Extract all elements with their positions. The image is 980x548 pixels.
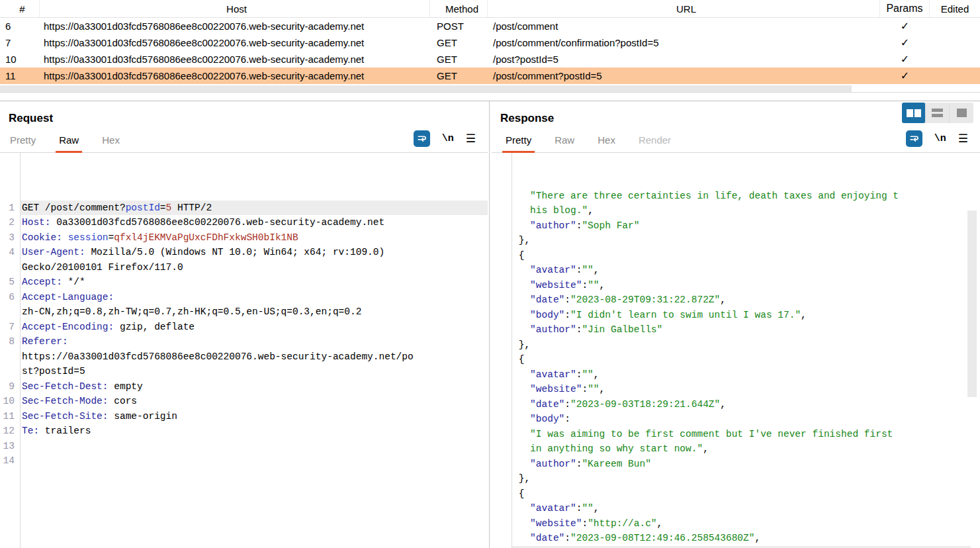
cell-method: GET	[430, 34, 488, 51]
table-header-row: # Host Method URL Params Edited	[0, 0, 980, 18]
request-editor[interactable]: 1GET /post/comment?postId=5 HTTP/22Host:…	[0, 153, 488, 548]
panel-title: Response	[500, 112, 554, 125]
column-header-method[interactable]: Method	[430, 0, 488, 17]
response-panel: Response PrettyRawHexRender \n ☰	[492, 101, 980, 548]
cell-number: 7	[0, 34, 40, 51]
cell-number: 11	[0, 68, 40, 84]
table-row[interactable]: 10https://0a33001d03fcd5768086ee8c002200…	[0, 51, 980, 68]
code-line: zh-CN,zh;q=0.8,zh-TW;q=0.7,zh-HK;q=0.5,e…	[0, 304, 488, 320]
line-number	[492, 233, 512, 248]
line-text	[20, 439, 488, 454]
column-header-number[interactable]: #	[0, 0, 40, 17]
code-line: "I was aiming to be first comment but I'…	[492, 427, 980, 442]
column-header-edited[interactable]: Edited	[930, 0, 980, 17]
request-body-area: 1GET /post/comment?postId=5 HTTP/22Host:…	[0, 153, 488, 548]
menu-button[interactable]: ☰	[958, 133, 968, 144]
cell-host: https://0a33001d03fcd5768086ee8c00220076…	[40, 18, 430, 34]
cell-params-check: ✓	[880, 68, 930, 84]
split-divider-horizontal[interactable]	[0, 93, 980, 101]
line-text: "avatar":"",	[512, 501, 971, 516]
line-text: "I was aiming to be first comment but I'…	[512, 427, 971, 442]
request-panel: Request PrettyRawHex \n ☰	[0, 101, 488, 548]
menu-button[interactable]: ☰	[466, 133, 476, 144]
horizontal-scrollbar	[0, 84, 980, 93]
response-body-area: "There are three certainties in life, de…	[492, 153, 980, 548]
tab-hex[interactable]: Hex	[102, 134, 120, 152]
code-line: "date":"2023-09-08T12:49:46.258543680Z",	[492, 531, 980, 546]
code-line: Gecko/20100101 Firefox/117.0	[0, 260, 488, 275]
line-number	[492, 441, 512, 457]
cell-method: POST	[430, 18, 488, 34]
table-row[interactable]: 11https://0a33001d03fcd5768086ee8c002200…	[0, 68, 980, 84]
column-header-url[interactable]: URL	[488, 0, 880, 17]
column-header-params[interactable]: Params	[880, 0, 930, 17]
code-line: "avatar":"",	[492, 501, 980, 516]
message-editors: Request PrettyRawHex \n ☰	[0, 101, 980, 548]
line-number	[492, 531, 512, 546]
line-number: 5	[0, 275, 20, 290]
soft-wrap-button[interactable]	[414, 130, 430, 147]
code-line: "body":	[492, 412, 980, 427]
cell-url: /post/comment/confirmation?postId=5	[488, 34, 880, 51]
line-number: 9	[0, 379, 20, 394]
panel-title: Request	[9, 112, 53, 125]
code-line: 13	[0, 439, 488, 454]
response-editor[interactable]: "There are three certainties in life, de…	[492, 153, 980, 548]
code-line: 14	[0, 453, 488, 469]
tab-raw[interactable]: Raw	[59, 134, 79, 152]
line-text: Host: 0a33001d03fcd5768086ee8c00220076.w…	[20, 215, 488, 230]
newline-toggle[interactable]: \n	[442, 133, 454, 144]
vertical-scrollbar-thumb[interactable]	[967, 210, 977, 397]
code-line: in anything so why start now.",	[492, 441, 980, 457]
tab-render[interactable]: Render	[639, 134, 671, 152]
line-number: 3	[0, 230, 20, 246]
newline-toggle[interactable]: \n	[934, 133, 946, 144]
code-line: 8Referer:	[0, 334, 488, 349]
code-line: https://0a33001d03fcd5768086ee8c00220076…	[0, 349, 488, 365]
line-text: "body":"I didn't learn to swim until I w…	[512, 308, 971, 323]
code-line: 9Sec-Fetch-Dest: empty	[0, 379, 488, 394]
cell-params-check: ✓	[880, 18, 930, 34]
line-number	[492, 263, 512, 278]
line-number	[492, 397, 512, 412]
column-header-host[interactable]: Host	[40, 0, 430, 17]
code-line: "author":"Kareem Bun"	[492, 457, 980, 472]
scrollbar-thumb[interactable]	[0, 85, 852, 92]
code-line: "date":"2023-08-29T09:31:22.872Z",	[492, 293, 980, 308]
table-row[interactable]: 7https://0a33001d03fcd5768086ee8c0022007…	[0, 34, 980, 51]
code-line: 4User-Agent: Mozilla/5.0 (Windows NT 10.…	[0, 245, 488, 260]
line-number: 6	[0, 290, 20, 305]
line-text: Sec-Fetch-Mode: cors	[20, 394, 488, 409]
response-toolbar: \n ☰	[906, 130, 968, 147]
line-number	[492, 382, 512, 397]
tab-pretty[interactable]: Pretty	[10, 134, 36, 152]
wrap-icon	[909, 134, 919, 144]
line-number: 12	[0, 424, 20, 439]
cell-method: GET	[430, 68, 488, 84]
line-text: Cookie: session=qfxl4jEKMVaPgUxcFDhFxkwS…	[20, 230, 488, 246]
code-line: 10Sec-Fetch-Mode: cors	[0, 394, 488, 409]
line-number: 13	[0, 439, 20, 454]
line-text: "website":"",	[512, 278, 971, 293]
line-number	[0, 260, 20, 275]
code-line: 6Accept-Language:	[0, 290, 488, 305]
tab-hex[interactable]: Hex	[598, 134, 615, 152]
line-number	[492, 308, 512, 323]
line-number: 10	[0, 394, 20, 409]
line-text: Accept-Language:	[20, 290, 488, 305]
table-row[interactable]: 6https://0a33001d03fcd5768086ee8c0022007…	[0, 18, 980, 34]
cell-host: https://0a33001d03fcd5768086ee8c00220076…	[40, 68, 430, 84]
tab-pretty[interactable]: Pretty	[506, 134, 531, 152]
soft-wrap-button[interactable]	[906, 130, 922, 147]
gutter-separator	[20, 153, 21, 548]
line-number	[0, 304, 20, 320]
tab-raw[interactable]: Raw	[555, 134, 574, 152]
code-line: },	[492, 471, 980, 486]
line-number: 7	[0, 320, 20, 335]
line-text: GET /post/comment?postId=5 HTTP/2	[20, 201, 488, 216]
line-number	[492, 338, 512, 353]
line-text: zh-CN,zh;q=0.8,zh-TW;q=0.7,zh-HK;q=0.5,e…	[20, 304, 488, 320]
line-text: },	[512, 233, 971, 248]
request-toolbar: \n ☰	[414, 130, 476, 147]
line-number	[492, 293, 512, 308]
